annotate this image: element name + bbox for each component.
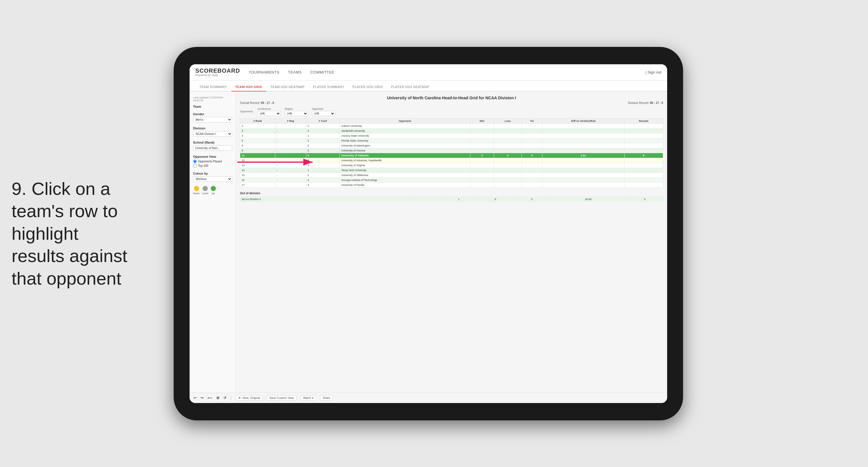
view-icon: 👁 bbox=[238, 396, 241, 400]
watch-button[interactable]: Watch ▾ bbox=[301, 395, 316, 401]
toolbar-refresh[interactable]: ↺ bbox=[223, 396, 226, 400]
filter-conference: Conference (All) bbox=[257, 108, 281, 116]
nav-teams[interactable]: TEAMS bbox=[288, 69, 302, 76]
nav-tournaments[interactable]: TOURNAMENTS bbox=[249, 69, 279, 76]
col-loss: Loss bbox=[494, 118, 522, 123]
division-label: Division bbox=[193, 126, 232, 130]
colour-by-select[interactable]: Win/loss bbox=[193, 176, 232, 182]
table-row[interactable]: 4-1Arizona State University bbox=[240, 133, 663, 138]
bottom-toolbar: ↩ ↪ ⟵ ⊞ ↺ | 👁 View: Original Save Custom… bbox=[190, 392, 667, 403]
outer-container: 9. Click on a team's row to highlight re… bbox=[0, 0, 868, 467]
radio-opponents-played[interactable]: Opponents Played bbox=[193, 159, 232, 163]
col-rank: # Rank bbox=[240, 118, 275, 123]
colour-by-label: Colour by bbox=[193, 172, 232, 175]
table-row[interactable]: 2-1Auburn University bbox=[240, 123, 663, 128]
save-custom-label: Save Custom View bbox=[270, 396, 294, 400]
last-updated-time: 16:55:38 bbox=[193, 99, 203, 102]
out-division-name: NCAA Division II bbox=[240, 197, 415, 202]
tab-team-h2h-grid[interactable]: TEAM H2H GRID bbox=[231, 83, 266, 91]
col-rounds: Rounds bbox=[624, 118, 663, 123]
grid-records: Overall Record: 89 - 17 - 0 Division Rec… bbox=[240, 101, 663, 105]
sidebar-colour-section: Colour by Win/loss bbox=[193, 172, 232, 182]
team-label: Team bbox=[193, 105, 232, 108]
main-content: Last Updated: 27/03/2024 16:55:38 Team G… bbox=[190, 91, 667, 392]
sidebar-gender-section: Gender Men's bbox=[193, 112, 232, 122]
col-diff: Diff Av Strokes/Rnd bbox=[542, 118, 624, 123]
instruction-text: 9. Click on a team's row to highlight re… bbox=[11, 177, 133, 290]
legend: Down Level Up bbox=[193, 186, 232, 195]
tab-team-h2h-heatmap[interactable]: TEAM H2H HEATMAP bbox=[266, 83, 309, 91]
school-rank-label: School (Rank) bbox=[193, 141, 232, 144]
view-original-button[interactable]: 👁 View: Original bbox=[236, 395, 263, 401]
table-row[interactable]: 8-2University of Washington bbox=[240, 143, 663, 148]
legend-level: Level bbox=[202, 186, 208, 195]
toolbar-copy[interactable]: ⊞ bbox=[216, 396, 219, 400]
tab-player-h2h-grid[interactable]: PLAYER H2H GRID bbox=[348, 83, 387, 91]
toolbar-back[interactable]: ⟵ bbox=[208, 396, 212, 400]
sidebar-division-section: Division NCAA Division I bbox=[193, 126, 232, 137]
division-select[interactable]: NCAA Division I bbox=[193, 131, 232, 137]
table-body: 2-1Auburn University3-2Vanderbilt Univer… bbox=[240, 123, 663, 187]
tablet-frame: SCOREBOARD Powered by clippi TOURNAMENTS… bbox=[174, 47, 683, 420]
toolbar-undo[interactable]: ↩ bbox=[194, 396, 196, 400]
legend-label-level: Level bbox=[202, 192, 208, 195]
table-row[interactable]: 12-6University of Arkansas, Fayetteville bbox=[240, 158, 663, 163]
region-filter-select[interactable]: (All) bbox=[285, 111, 308, 116]
sign-out-link[interactable]: | Sign out bbox=[645, 70, 661, 75]
gender-select[interactable]: Men's bbox=[193, 117, 232, 122]
table-row[interactable]: 11-5University of Alabama3002.618 bbox=[240, 153, 663, 158]
sidebar: Last Updated: 27/03/2024 16:55:38 Team G… bbox=[190, 91, 236, 392]
save-custom-view-button[interactable]: Save Custom View bbox=[267, 395, 297, 401]
instruction-body: Click on a team's row to highlight resul… bbox=[11, 179, 127, 288]
out-of-division-table: NCAA Division II 1 0 0 26.00 3 bbox=[240, 197, 663, 202]
out-division-row[interactable]: NCAA Division II 1 0 0 26.00 3 bbox=[240, 197, 663, 202]
filter-opponent: Opponent (All) bbox=[312, 108, 335, 116]
table-row[interactable]: 17-3University of Florida bbox=[240, 182, 663, 187]
tab-player-summary[interactable]: PLAYER SUMMARY bbox=[309, 83, 348, 91]
table-row[interactable]: 6-2Florida State University bbox=[240, 138, 663, 143]
col-tie: Tie bbox=[522, 118, 542, 123]
h2h-table: # Rank # Reg # Conf Opponent Win Loss Ti… bbox=[240, 118, 663, 187]
radio-top-100[interactable]: Top 100 bbox=[193, 164, 232, 168]
gender-label: Gender bbox=[193, 112, 232, 116]
legend-down: Down bbox=[193, 186, 200, 195]
watch-label: Watch ▾ bbox=[303, 396, 313, 400]
col-reg: # Reg bbox=[275, 118, 306, 123]
tab-team-summary[interactable]: TEAM SUMMARY bbox=[195, 83, 231, 91]
logo-area: SCOREBOARD Powered by clippi bbox=[195, 68, 240, 77]
legend-dot-up bbox=[211, 186, 216, 191]
logo-title: SCOREBOARD bbox=[195, 68, 240, 74]
opponent-filter-select[interactable]: (All) bbox=[312, 111, 335, 116]
table-row[interactable]: 15-2University of Oklahoma bbox=[240, 173, 663, 177]
legend-dot-down bbox=[194, 186, 199, 191]
school-rank-value[interactable]: University of Nort... bbox=[193, 145, 232, 151]
nav-committee[interactable]: COMMITTEE bbox=[310, 69, 334, 76]
col-win: Win bbox=[470, 118, 494, 123]
view-original-label: View: Original bbox=[242, 396, 260, 400]
toolbar-redo[interactable]: ↪ bbox=[200, 396, 204, 400]
share-button[interactable]: Share bbox=[320, 395, 333, 401]
table-row[interactable]: 3-2Vanderbilt University bbox=[240, 128, 663, 133]
filter-row: Opponents: Conference (All) Region (All) bbox=[240, 108, 663, 116]
col-conf: # Conf bbox=[306, 118, 340, 123]
division-record: Division Record: 88 - 17 - 0 bbox=[628, 101, 663, 105]
tablet-screen: SCOREBOARD Powered by clippi TOURNAMENTS… bbox=[190, 64, 667, 403]
conference-filter-select[interactable]: (All) bbox=[257, 111, 281, 116]
table-row[interactable]: 13-3University of Virginia bbox=[240, 163, 663, 168]
opponents-label: Opponents: bbox=[240, 110, 253, 113]
legend-label-down: Down bbox=[193, 192, 200, 195]
grid-title: University of North Carolina Head-to-Hea… bbox=[240, 95, 663, 100]
opponent-view-label: Opponent View bbox=[193, 155, 232, 158]
legend-up: Up bbox=[211, 186, 216, 195]
table-row[interactable]: 16-4Georgia Institute of Technology bbox=[240, 177, 663, 182]
col-opponent: Opponent bbox=[340, 118, 470, 123]
sidebar-team-section: Team bbox=[193, 105, 232, 108]
table-row[interactable]: 14-1Texas Tech University bbox=[240, 168, 663, 173]
table-row[interactable]: 9-3University of Arizona bbox=[240, 148, 663, 153]
instruction-step: 9. bbox=[11, 179, 27, 199]
sub-nav: TEAM SUMMARY TEAM H2H GRID TEAM H2H HEAT… bbox=[190, 81, 667, 91]
overall-record: Overall Record: 89 - 17 - 0 bbox=[240, 101, 274, 105]
tab-player-h2h-heatmap[interactable]: PLAYER H2H HEATMAP bbox=[387, 83, 433, 91]
last-updated: Last Updated: 27/03/2024 16:55:38 bbox=[193, 96, 232, 102]
grid-area: University of North Carolina Head-to-Hea… bbox=[236, 91, 667, 392]
